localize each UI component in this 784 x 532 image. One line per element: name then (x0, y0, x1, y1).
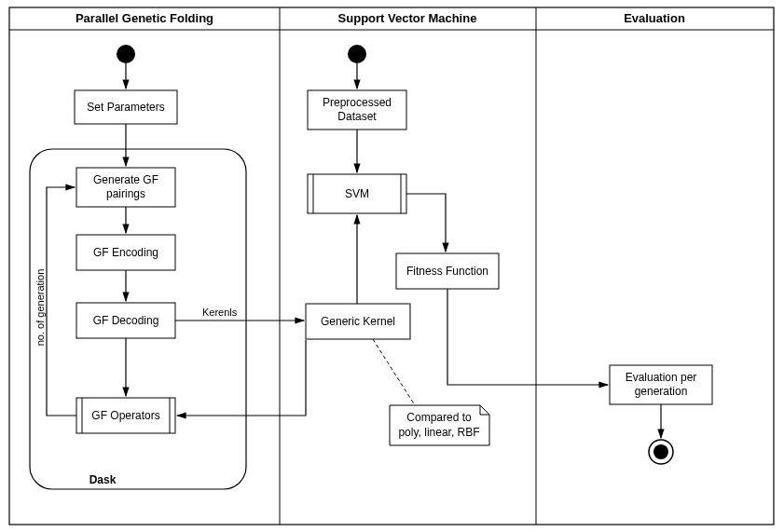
end-node-inner (653, 444, 668, 459)
label-no-generation: no. of generation (34, 269, 46, 347)
text-eval-1: Evaluation per (626, 371, 697, 384)
note-l2: poly, linear, RBF (398, 426, 479, 439)
text-gen-pairings-2: pairings (106, 187, 145, 200)
text-gf-operators: GF Operators (91, 409, 159, 422)
label-kernels: Kerenls (202, 307, 238, 318)
lane-header-3: Evaluation (624, 11, 685, 25)
dask-label: Dask (89, 473, 117, 486)
diagram-root: Parallel Genetic Folding Support Vector … (0, 0, 784, 532)
text-gen-pairings-1: Generate GF (93, 173, 158, 186)
text-fitness: Fitness Function (406, 265, 488, 278)
note-l1: Compared to (406, 411, 472, 424)
text-gf-decoding: GF Decoding (93, 314, 159, 327)
lane-header-2: Support Vector Machine (338, 11, 477, 25)
text-svm: SVM (345, 187, 369, 200)
start-node-1 (117, 45, 135, 63)
text-set-parameters: Set Parameters (87, 101, 164, 114)
note-kernel-compare: Compared to poly, linear, RBF (390, 405, 489, 445)
lane-header-1: Parallel Genetic Folding (76, 11, 213, 25)
text-gf-encoding: GF Encoding (93, 246, 158, 259)
text-eval-2: generation (635, 385, 688, 398)
text-generic-kernel: Generic Kernel (321, 315, 395, 328)
text-preproc-2: Dataset (337, 110, 377, 123)
text-preproc-1: Preprocessed (323, 96, 392, 109)
start-node-2 (348, 45, 366, 63)
